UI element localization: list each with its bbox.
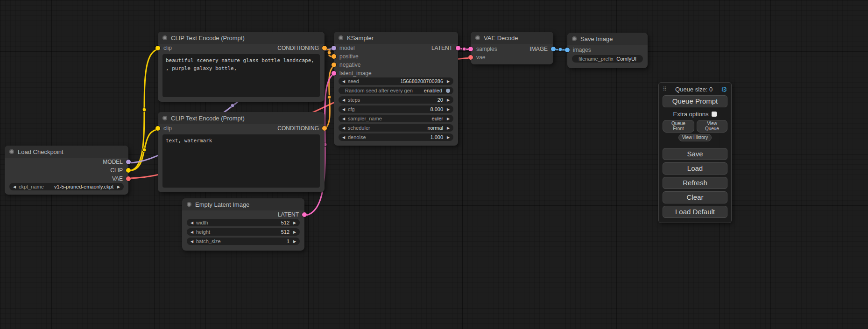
ckpt-name-widget[interactable]: ◀ ckpt_name v1-5-pruned-emaonly.ckpt ▶ <box>9 183 124 190</box>
view-history-button[interactable]: View History <box>678 134 712 141</box>
random-seed-toggle[interactable]: Random seed after every gen enabled <box>339 87 453 94</box>
sampler-name-widget[interactable]: ◀ sampler_name euler ▶ <box>339 115 453 122</box>
next-value-icon[interactable]: ▶ <box>446 126 451 130</box>
wire-midpoint-dot <box>142 108 146 112</box>
wire-midpoint-dot <box>558 48 562 51</box>
drag-handle-icon[interactable]: ⠿ <box>663 86 667 92</box>
images-input-port[interactable] <box>565 48 570 52</box>
decrement-icon[interactable]: ◀ <box>341 98 346 102</box>
vae-input-port[interactable] <box>468 55 473 60</box>
conditioning-output-port[interactable] <box>322 126 327 131</box>
queue-size-label: Queue size: 0 <box>667 86 721 93</box>
decrement-icon[interactable]: ◀ <box>341 79 346 84</box>
queue-panel-header: ⠿ Queue size: 0 ⚙ <box>663 84 727 94</box>
clip-output-port[interactable] <box>126 168 131 173</box>
decrement-icon[interactable]: ◀ <box>341 107 346 112</box>
increment-icon[interactable]: ▶ <box>446 107 451 112</box>
scheduler-widget[interactable]: ◀ scheduler normal ▶ <box>339 124 453 132</box>
queue-prompt-button[interactable]: Queue Prompt <box>663 95 727 107</box>
prev-value-icon[interactable]: ◀ <box>341 126 346 130</box>
latent-image-input-port[interactable] <box>332 71 336 76</box>
node-title-bar: KSampler <box>334 32 458 44</box>
clip-text-encode-positive-node[interactable]: CLIP Text Encode (Prompt) clip CONDITION… <box>158 32 325 102</box>
positive-prompt-textarea[interactable]: beautiful scenery nature glass bottle la… <box>162 54 320 97</box>
increment-icon[interactable]: ▶ <box>292 221 297 225</box>
port-label: IMAGE <box>529 46 548 52</box>
save-image-node[interactable]: Save Image images filename_prefix ComfyU… <box>567 33 648 68</box>
widget-label: sampler_name <box>348 116 382 121</box>
samples-input-port[interactable] <box>468 47 473 51</box>
widget-label: height <box>196 229 210 235</box>
width-widget[interactable]: ◀ width 512 ▶ <box>187 219 300 226</box>
increment-icon[interactable]: ▶ <box>292 239 297 244</box>
clear-button[interactable]: Clear <box>663 191 727 203</box>
empty-latent-image-node[interactable]: Empty Latent Image LATENT ◀ width 512 ▶ … <box>182 198 304 251</box>
output-row: MODEL <box>5 158 128 166</box>
latent-output-port[interactable] <box>456 46 460 50</box>
steps-widget[interactable]: ◀ steps 20 ▶ <box>339 96 453 104</box>
queue-front-button[interactable]: Queue Front <box>663 120 694 133</box>
ksampler-node[interactable]: KSampler model LATENT positive negative … <box>334 32 458 146</box>
cfg-widget[interactable]: ◀ cfg 8.000 ▶ <box>339 105 453 113</box>
next-value-icon[interactable]: ▶ <box>446 117 451 121</box>
save-button[interactable]: Save <box>663 148 727 160</box>
clip-input-port[interactable] <box>155 46 160 50</box>
collapse-dot-icon[interactable] <box>572 36 577 41</box>
latent-output-port[interactable] <box>302 212 307 217</box>
collapse-dot-icon[interactable] <box>339 35 343 40</box>
next-value-icon[interactable]: ▶ <box>116 185 121 189</box>
denoise-widget[interactable]: ◀ denoise 1.000 ▶ <box>339 133 453 141</box>
decrement-icon[interactable]: ◀ <box>341 135 346 140</box>
height-widget[interactable]: ◀ height 512 ▶ <box>187 228 300 236</box>
collapse-dot-icon[interactable] <box>162 116 167 120</box>
collapse-dot-icon[interactable] <box>9 149 14 154</box>
conditioning-output-port[interactable] <box>322 46 327 50</box>
collapse-dot-icon[interactable] <box>162 35 167 40</box>
increment-icon[interactable]: ▶ <box>292 230 297 234</box>
image-output-port[interactable] <box>551 47 556 51</box>
negative-input-port[interactable] <box>332 63 336 67</box>
widget-label: width <box>196 220 208 225</box>
load-default-button[interactable]: Load Default <box>663 206 727 218</box>
node-title: VAE Decode <box>484 35 518 42</box>
output-row: VAE <box>5 175 128 183</box>
decrement-icon[interactable]: ◀ <box>190 230 194 234</box>
prev-value-icon[interactable]: ◀ <box>12 185 17 189</box>
collapse-dot-icon[interactable] <box>187 202 191 207</box>
widget-value: 1.000 <box>430 134 443 140</box>
batch-size-widget[interactable]: ◀ batch_size 1 ▶ <box>187 238 300 245</box>
vae-output-port[interactable] <box>126 176 131 181</box>
clip-input-port[interactable] <box>155 126 160 131</box>
filename-prefix-widget[interactable]: filename_prefix ComfyUI <box>572 55 643 63</box>
widget-value: 156680208700286 <box>400 78 443 84</box>
widget-value: 512 <box>281 229 289 235</box>
prev-value-icon[interactable]: ◀ <box>341 117 346 121</box>
negative-prompt-textarea[interactable]: text, watermark <box>162 134 320 188</box>
decrement-icon[interactable]: ◀ <box>190 221 194 225</box>
clip-text-encode-negative-node[interactable]: CLIP Text Encode (Prompt) clip CONDITION… <box>158 112 325 192</box>
wire-midpoint-dot <box>231 104 234 107</box>
widget-value: ComfyUI <box>616 56 636 62</box>
port-label: vae <box>476 54 485 61</box>
increment-icon[interactable]: ▶ <box>446 79 451 84</box>
load-checkpoint-node[interactable]: Load Checkpoint MODEL CLIP VAE ◀ ckpt_na… <box>5 146 128 195</box>
settings-gear-icon[interactable]: ⚙ <box>721 86 727 93</box>
increment-icon[interactable]: ▶ <box>446 98 451 102</box>
wire-midpoint-dot <box>142 148 146 152</box>
vae-decode-node[interactable]: VAE Decode samples IMAGE vae <box>471 32 553 64</box>
seed-widget[interactable]: ◀ seed 156680208700286 ▶ <box>339 77 453 85</box>
load-button[interactable]: Load <box>663 162 727 175</box>
positive-input-port[interactable] <box>332 54 336 59</box>
model-output-port[interactable] <box>126 160 131 164</box>
toggle-indicator-icon <box>446 89 450 93</box>
collapse-dot-icon[interactable] <box>475 35 480 40</box>
node-graph-canvas[interactable]: Load Checkpoint MODEL CLIP VAE ◀ ckpt_na… <box>0 0 868 329</box>
view-queue-button[interactable]: View Queue <box>697 120 727 133</box>
refresh-button[interactable]: Refresh <box>663 177 727 189</box>
increment-icon[interactable]: ▶ <box>446 135 451 140</box>
port-row: clip CONDITIONING <box>158 44 325 52</box>
extra-options-checkbox[interactable] <box>712 112 717 117</box>
model-input-port[interactable] <box>332 46 336 50</box>
widget-label: steps <box>348 97 360 103</box>
decrement-icon[interactable]: ◀ <box>190 239 194 244</box>
